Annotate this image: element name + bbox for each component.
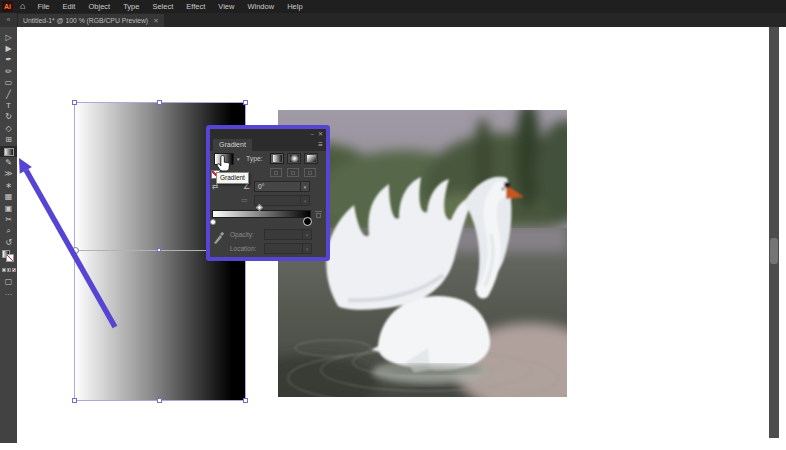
menu-effect[interactable]: Effect xyxy=(186,2,205,11)
gradient-panel-tab[interactable]: Gradient xyxy=(213,139,252,151)
toolbar-collapse-icon[interactable]: « xyxy=(0,13,17,27)
gradient-swatch-dropdown-icon[interactable]: ▾ xyxy=(237,156,240,162)
rectangle-tool[interactable]: ▭ xyxy=(0,78,17,89)
draw-mode-button-icon: ▢ xyxy=(5,277,13,287)
rotate-view-tool[interactable]: ↺ xyxy=(0,237,17,248)
paintbrush-tool[interactable]: ✏ xyxy=(0,66,17,77)
selection-handle[interactable] xyxy=(243,100,248,105)
home-icon[interactable]: ⌂ xyxy=(20,2,25,11)
linear-gradient-icon xyxy=(273,155,282,162)
gradient-panel-body: ▾ Type: Gradient ⇄ ∠ 0° ▾ ▭ ▾ xyxy=(210,151,326,257)
gradient-annotator-origin[interactable] xyxy=(72,247,79,254)
panel-minimize-icon[interactable]: − xyxy=(310,131,314,137)
aspect-ratio-icon: ▭ xyxy=(241,196,248,204)
selection-handle[interactable] xyxy=(157,100,162,105)
document-tab[interactable]: Untitled-1* @ 100 % (RGB/CPU Preview) ✕ xyxy=(18,14,164,27)
gradient-button[interactable] xyxy=(7,268,11,272)
angle-value: 0° xyxy=(258,183,265,190)
toolbar-menu-icon: … xyxy=(5,288,13,298)
scale-tool[interactable]: ⊞ xyxy=(0,135,17,146)
menu-type[interactable]: Type xyxy=(123,2,139,11)
gradient-tooltip: Gradient xyxy=(216,172,249,184)
object-center-point xyxy=(157,248,161,252)
menu-window[interactable]: Window xyxy=(247,2,274,11)
rectangle-tool-icon: ▭ xyxy=(5,78,13,88)
panel-menu-icon[interactable]: ≡ xyxy=(318,140,323,149)
freeform-gradient-icon xyxy=(307,155,316,162)
location-label: Location: xyxy=(230,245,256,252)
artboard-tool[interactable]: ▣ xyxy=(0,203,17,214)
aspect-ratio-dropdown: ▾ xyxy=(254,195,310,206)
slice-tool[interactable]: ✂ xyxy=(0,214,17,225)
menu-help[interactable]: Help xyxy=(287,2,302,11)
opacity-dropdown-arrow-icon: ▾ xyxy=(302,230,311,239)
radial-gradient-button[interactable] xyxy=(287,153,301,164)
rotate-tool[interactable]: ↻ xyxy=(0,112,17,123)
pen-tool[interactable]: ✒ xyxy=(0,55,17,66)
selection-tool[interactable]: ▷ xyxy=(0,32,17,43)
selection-handle[interactable] xyxy=(157,398,162,403)
menu-view[interactable]: View xyxy=(218,2,234,11)
slice-tool-icon: ✂ xyxy=(5,215,12,225)
zoom-tool-icon: ⌕ xyxy=(6,226,10,236)
column-graph-tool[interactable]: ▦ xyxy=(0,191,17,202)
freeform-gradient-button[interactable] xyxy=(304,153,318,164)
tab-close-icon[interactable]: ✕ xyxy=(153,17,158,25)
white-color-stop[interactable] xyxy=(210,219,216,225)
opacity-label: Opacity: xyxy=(230,231,254,238)
gradient-slider[interactable] xyxy=(212,210,311,218)
menu-edit[interactable]: Edit xyxy=(63,2,76,11)
gradient-tool[interactable] xyxy=(0,146,17,157)
direct-selection-tool[interactable]: ▶ xyxy=(0,43,17,54)
selection-handle[interactable] xyxy=(72,398,77,403)
zoom-tool[interactable]: ⌕ xyxy=(0,226,17,237)
paintbrush-tool-icon: ✏ xyxy=(5,67,12,77)
opacity-dropdown: ▾ xyxy=(264,229,312,240)
type-tool-icon: T xyxy=(6,101,11,111)
scrollbar-thumb[interactable] xyxy=(770,238,778,264)
stroke-gradient-across-button xyxy=(304,168,316,177)
line-segment-tool-icon: ╱ xyxy=(6,90,11,100)
fill-stroke-proxy[interactable] xyxy=(0,248,17,264)
toolbar: ▷▶✒✏▭╱T↻◇⊞✎≫∗▦▣✂⌕↺▢… xyxy=(0,27,17,443)
panel-title-bar[interactable]: − ✕ xyxy=(210,129,326,138)
linear-gradient-button[interactable] xyxy=(270,153,284,164)
selection-handle[interactable] xyxy=(243,398,248,403)
rotate-view-tool-icon: ↺ xyxy=(5,238,12,248)
eyedropper-tool[interactable]: ✎ xyxy=(0,157,17,168)
color-mode-buttons[interactable] xyxy=(0,264,17,275)
angle-dropdown[interactable]: 0° ▾ xyxy=(254,181,310,192)
draw-mode-button[interactable]: ▢ xyxy=(0,276,17,287)
menu-object[interactable]: Object xyxy=(88,2,110,11)
gradient-tool-icon xyxy=(4,148,14,156)
app-logo-icon[interactable]: Ai xyxy=(2,1,13,12)
color-picker-icon[interactable] xyxy=(212,230,225,245)
blend-tool-icon: ≫ xyxy=(4,169,12,179)
illustrator-window: Ai ⌂ File Edit Object Type Select Effect… xyxy=(0,0,786,450)
delete-stop-icon xyxy=(315,211,322,219)
color-button[interactable] xyxy=(2,268,6,272)
vertical-scrollbar[interactable] xyxy=(769,27,779,438)
symbol-sprayer-tool[interactable]: ∗ xyxy=(0,180,17,191)
line-segment-tool[interactable]: ╱ xyxy=(0,89,17,100)
stroke-color-icon[interactable] xyxy=(6,254,14,262)
menu-file[interactable]: File xyxy=(37,2,49,11)
angle-dropdown-arrow-icon[interactable]: ▾ xyxy=(300,182,309,191)
stroke-gradient-within-button xyxy=(270,168,282,177)
gradient-panel: − ✕ Gradient ≡ ▾ Type: Gradient ⇄ ∠ xyxy=(206,125,330,261)
menu-select[interactable]: Select xyxy=(152,2,173,11)
type-tool[interactable]: T xyxy=(0,100,17,111)
black-color-stop[interactable] xyxy=(303,217,312,226)
none-button[interactable] xyxy=(12,268,16,272)
artboard-tool-icon: ▣ xyxy=(5,204,13,214)
menu-bar: Ai ⌂ File Edit Object Type Select Effect… xyxy=(0,0,786,13)
eraser-tool[interactable]: ◇ xyxy=(0,123,17,134)
radial-gradient-icon xyxy=(290,155,299,162)
stroke-gradient-along-button xyxy=(287,168,299,177)
toolbar-menu[interactable]: … xyxy=(0,287,17,298)
type-label: Type: xyxy=(246,155,263,162)
selection-handle[interactable] xyxy=(72,100,77,105)
tab-bar: « Untitled-1* @ 100 % (RGB/CPU Preview) … xyxy=(0,13,786,27)
panel-close-icon[interactable]: ✕ xyxy=(318,131,323,137)
blend-tool[interactable]: ≫ xyxy=(0,169,17,180)
